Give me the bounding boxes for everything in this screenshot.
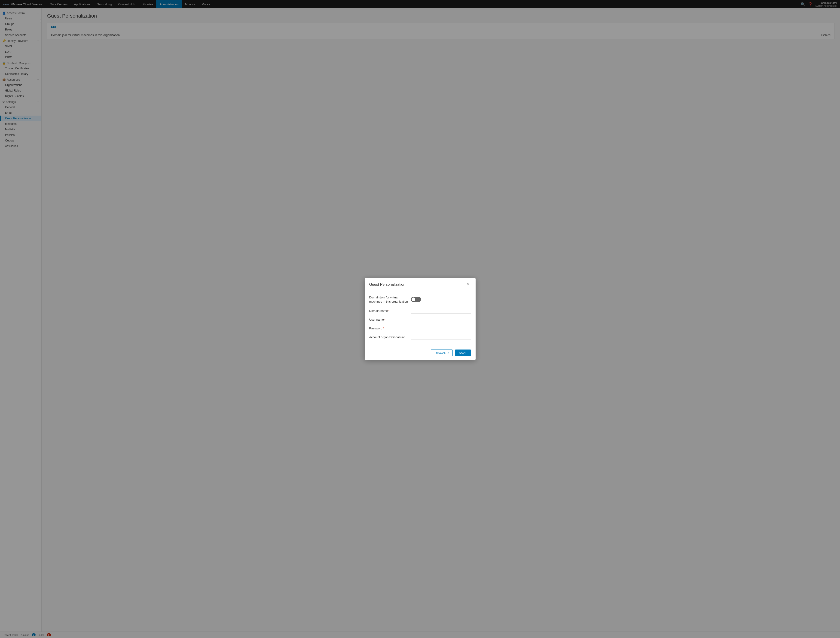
user-name-group: User name* [369, 317, 471, 322]
modal-header: Guest Personalization × [365, 278, 475, 291]
domain-join-toggle[interactable] [411, 297, 421, 302]
modal: Guest Personalization × Domain join for … [365, 278, 475, 360]
password-label: Password* [369, 326, 411, 330]
modal-close-button[interactable]: × [466, 282, 471, 287]
domain-name-input[interactable] [411, 308, 471, 313]
password-group: Password* [369, 326, 471, 331]
discard-button[interactable]: DISCARD [431, 349, 453, 356]
user-name-input[interactable] [411, 317, 471, 322]
password-input[interactable] [411, 326, 471, 331]
toggle-form-group: Domain join for virtual machines in this… [369, 295, 471, 304]
account-org-unit-group: Account organizational unit [369, 335, 471, 340]
user-name-label: User name* [369, 317, 411, 322]
toggle-label: Domain join for virtual machines in this… [369, 295, 411, 304]
user-name-required: * [384, 318, 385, 321]
save-button[interactable]: SAVE [455, 349, 471, 356]
modal-title: Guest Personalization [369, 283, 406, 287]
toggle-thumb [412, 297, 415, 301]
modal-overlay[interactable]: Guest Personalization × Domain join for … [0, 0, 840, 638]
modal-footer: DISCARD SAVE [365, 347, 475, 360]
domain-name-required: * [388, 309, 389, 313]
domain-name-label: Domain name* [369, 308, 411, 313]
account-org-unit-input[interactable] [411, 335, 471, 340]
domain-name-group: Domain name* [369, 308, 471, 313]
modal-body: Domain join for virtual machines in this… [365, 291, 475, 347]
account-org-unit-label: Account organizational unit [369, 335, 411, 340]
password-required: * [383, 327, 384, 330]
